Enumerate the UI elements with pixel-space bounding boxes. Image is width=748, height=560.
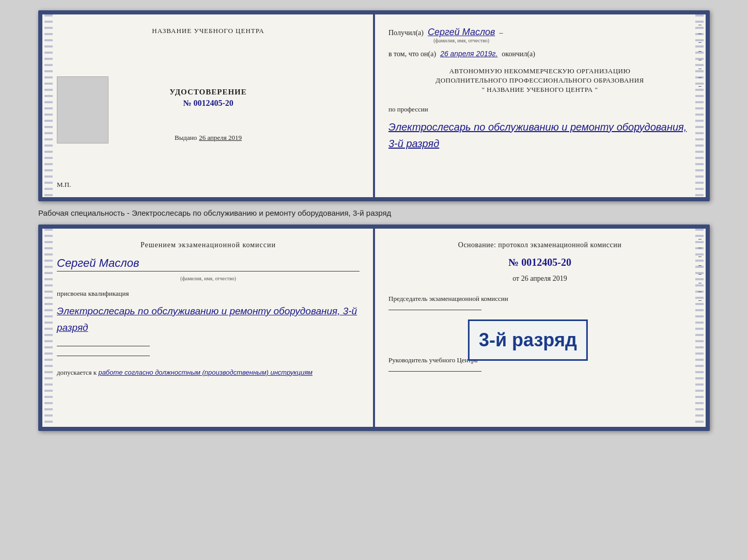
protocol-number-value: 0012405-20 [521, 257, 571, 268]
number-label: № [183, 99, 191, 107]
name-underline-bottom: Сергей Маслов [57, 257, 360, 271]
protocol-date-line: от 26 апреля 2019 [388, 275, 691, 283]
certificate-wrapper: НАЗВАНИЕ УЧЕБНОГО ЦЕНТРА УДОСТОВЕРЕНИЕ №… [38, 10, 710, 431]
between-text: Рабочая специальность - Электрослесарь п… [38, 205, 391, 220]
profession-label: по профессии [388, 105, 691, 114]
profession-handwritten-top: Электрослесарь по обслуживанию и ремонту… [388, 119, 691, 152]
mp-label: М.П. [57, 181, 71, 189]
bottom-certificate-book: Решением экзаменационной комиссии Сергей… [38, 225, 710, 431]
udostoverenie-label: УДОСТОВЕРЕНИЕ [169, 88, 247, 97]
signature-lines-bottom [57, 346, 360, 356]
recipient-line: Получил(а) Сергей Маслов (фамилия, имя, … [388, 27, 691, 43]
stamp-text: 3-й разряд [479, 330, 577, 350]
top-right-page: Получил(а) Сергей Маслов (фамилия, имя, … [374, 14, 706, 197]
right-edge-decoration-bottom [695, 229, 704, 427]
fio-sub-bottom: (фамилия, имя, отчество) [57, 276, 360, 281]
protocol-date-value: 26 апреля 2019 [521, 275, 567, 282]
protocol-label: № [508, 257, 519, 268]
assigned-text: присвоена квалификация [57, 290, 360, 298]
udostoverenie-block: УДОСТОВЕРЕНИЕ № 0012405-20 [169, 88, 247, 108]
in-that-label: в том, что он(а) [388, 50, 436, 58]
date-line-top: в том, что он(а) 26 апреля 2019г. окончи… [388, 50, 691, 58]
basis-title: Основание: протокол экзаменационной коми… [388, 241, 691, 249]
bottom-left-page: Решением экзаменационной комиссии Сергей… [42, 229, 374, 427]
finished-label: окончил(а) [502, 50, 535, 58]
chairman-sig-line [388, 310, 481, 310]
org-line3: " НАЗВАНИЕ УЧЕБНОГО ЦЕНТРА " [388, 85, 691, 94]
recipient-name: Сергей Маслов [428, 27, 495, 38]
bottom-right-page: Основание: протокол экзаменационной коми… [374, 229, 706, 427]
qualification-handwritten: Электрослесарь по обслуживанию и ремонту… [57, 303, 360, 337]
photo-placeholder [57, 76, 108, 143]
date-completed: 26 апреля 2019г. [440, 50, 497, 58]
issued-line: Выдано 26 апреля 2019 [175, 134, 242, 142]
right-edge-decoration-top [695, 14, 704, 197]
received-label: Получил(а) [388, 29, 424, 37]
decision-title: Решением экзаменационной комиссии [57, 241, 360, 249]
rukovoditel-label: Руководитель учебного Центра [388, 356, 478, 364]
top-center-title: НАЗВАНИЕ УЧЕБНОГО ЦЕНТРА [152, 27, 264, 35]
cert-number-top: № 0012405-20 [169, 99, 247, 108]
sig-line-2 [57, 356, 150, 356]
stamp: 3-й разряд [468, 319, 588, 361]
number-value: 0012405-20 [193, 99, 233, 107]
admit-label: допускается к [57, 369, 97, 376]
admit-handwritten: работе согласно должностным (производств… [98, 369, 313, 376]
issued-label: Выдано [175, 134, 197, 142]
sig-line-1 [57, 346, 150, 346]
person-name-bottom: Сергей Маслов [57, 257, 360, 270]
org-line1: АВТОНОМНУЮ НЕКОММЕРЧЕСКУЮ ОРГАНИЗАЦИЮ [388, 67, 691, 76]
fio-sub-top: (фамилия, имя, отчество) [428, 38, 495, 43]
top-certificate-book: НАЗВАНИЕ УЧЕБНОГО ЦЕНТРА УДОСТОВЕРЕНИЕ №… [38, 10, 710, 201]
org-block: АВТОНОМНУЮ НЕКОММЕРЧЕСКУЮ ОРГАНИЗАЦИЮ ДО… [388, 67, 691, 95]
top-left-page: НАЗВАНИЕ УЧЕБНОГО ЦЕНТРА УДОСТОВЕРЕНИЕ №… [42, 14, 374, 197]
rukovoditel-sig-line [388, 371, 481, 372]
date-from-label: от [512, 275, 519, 282]
admit-text: допускается к работе согласно должностны… [57, 367, 360, 378]
protocol-number-display: № 0012405-20 [388, 257, 691, 268]
dash-separator: – [499, 29, 503, 37]
org-line2: ДОПОЛНИТЕЛЬНОГО ПРОФЕССИОНАЛЬНОГО ОБРАЗО… [388, 76, 691, 85]
issued-date: 26 апреля 2019 [199, 134, 242, 142]
chairman-label: Председатель экзаменационной комиссии [388, 294, 691, 303]
